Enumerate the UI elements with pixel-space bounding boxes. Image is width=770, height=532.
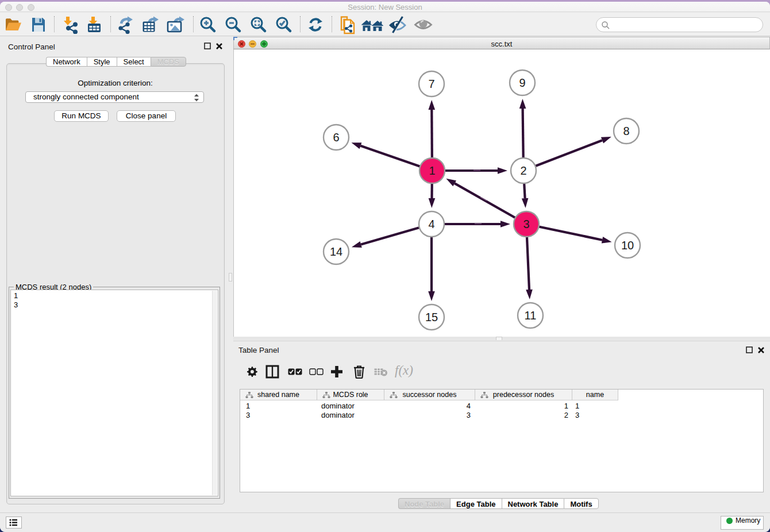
- svg-text:14: 14: [330, 245, 342, 258]
- svg-text:2: 2: [520, 164, 526, 177]
- svg-text:9: 9: [519, 76, 525, 89]
- svg-text:4: 4: [428, 218, 434, 230]
- svg-text:3: 3: [523, 218, 529, 230]
- svg-text:11: 11: [525, 309, 537, 322]
- svg-text:7: 7: [428, 78, 434, 90]
- svg-text:6: 6: [333, 131, 339, 144]
- svg-text:1: 1: [429, 164, 435, 177]
- svg-text:10: 10: [621, 239, 634, 252]
- svg-text:15: 15: [425, 311, 438, 323]
- svg-text:8: 8: [623, 125, 629, 137]
